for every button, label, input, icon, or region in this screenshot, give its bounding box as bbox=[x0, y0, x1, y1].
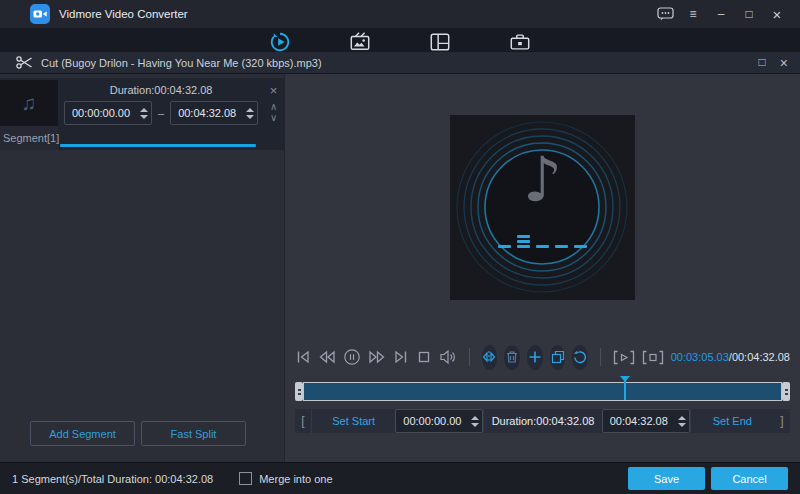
divider bbox=[600, 348, 601, 366]
range-separator: – bbox=[158, 107, 164, 119]
segment-item[interactable]: ♫ Segment[1] Duration:00:04:32.08 – bbox=[0, 78, 285, 150]
play-segment-button[interactable] bbox=[613, 348, 635, 366]
volume-icon[interactable] bbox=[439, 348, 457, 366]
set-start-button[interactable]: Set Start bbox=[311, 409, 395, 433]
mv-tab-icon[interactable] bbox=[348, 31, 372, 52]
time-display: 00:03:05.03/00:04:32.08 bbox=[671, 351, 790, 363]
timeline-track[interactable] bbox=[303, 382, 782, 401]
menu-icon[interactable]: ≡ bbox=[684, 5, 702, 23]
cancel-button[interactable]: Cancel bbox=[711, 467, 788, 490]
toolbox-tab-icon[interactable] bbox=[508, 31, 532, 52]
timeline bbox=[295, 382, 790, 401]
segment-move-down-icon[interactable]: ∨ bbox=[270, 112, 277, 123]
start-bracket: [ bbox=[295, 409, 311, 433]
fast-split-button[interactable]: Fast Split bbox=[141, 421, 246, 446]
skip-to-end-icon[interactable] bbox=[393, 348, 409, 366]
segment-panel: ♫ Segment[1] Duration:00:04:32.08 – bbox=[0, 74, 285, 462]
segment-end-input[interactable] bbox=[170, 101, 258, 125]
equalizer-icon bbox=[450, 235, 635, 248]
converter-tab-icon[interactable] bbox=[268, 31, 292, 52]
segment-thumbnail: ♫ bbox=[0, 80, 58, 126]
stop-icon[interactable] bbox=[416, 348, 432, 366]
segment-start-input[interactable] bbox=[64, 101, 152, 125]
stepper-down-icon[interactable] bbox=[678, 423, 686, 427]
segment-move-up-icon[interactable]: ∧ bbox=[270, 101, 277, 112]
stepper-down-icon[interactable] bbox=[140, 115, 148, 119]
feedback-icon[interactable] bbox=[656, 5, 674, 23]
merge-checkbox[interactable] bbox=[239, 472, 252, 485]
trim-duration-label: Duration:00:04:32.08 bbox=[483, 409, 601, 433]
set-end-button[interactable]: Set End bbox=[690, 409, 774, 433]
save-button[interactable]: Save bbox=[628, 467, 705, 490]
cut-dialog-title: Cut (Bugoy Drilon - Having You Near Me (… bbox=[41, 57, 322, 69]
stepper-up-icon[interactable] bbox=[246, 108, 254, 112]
stepper-down-icon[interactable] bbox=[471, 423, 479, 427]
minimize-button[interactable]: – bbox=[712, 5, 730, 23]
trim-bar: [ Set Start Duration:00:04:32.08 Set End bbox=[295, 409, 790, 433]
playhead[interactable] bbox=[624, 377, 626, 400]
split-segment-button[interactable] bbox=[482, 345, 498, 370]
segment-end-field bbox=[170, 101, 258, 125]
app-logo-icon bbox=[30, 4, 50, 24]
titlebar: Vidmore Video Converter ≡ – □ × bbox=[0, 0, 800, 28]
footer-bar: 1 Segment(s)/Total Duration: 00:04:32.08… bbox=[0, 462, 800, 494]
maximize-button[interactable]: □ bbox=[740, 5, 758, 23]
dialog-maximize-button[interactable]: □ bbox=[759, 56, 766, 70]
segment-start-field bbox=[64, 101, 152, 125]
feature-nav bbox=[0, 28, 800, 52]
fast-forward-icon[interactable] bbox=[368, 348, 386, 366]
dialog-close-button[interactable]: × bbox=[780, 56, 788, 70]
segment-duration-label: Duration:00:04:32.08 bbox=[64, 84, 258, 96]
close-button[interactable]: × bbox=[768, 5, 786, 23]
skip-to-start-icon[interactable] bbox=[295, 348, 311, 366]
add-segment-button[interactable]: Add Segment bbox=[30, 421, 135, 446]
trim-end-field bbox=[602, 409, 690, 433]
rewind-icon[interactable] bbox=[318, 348, 336, 366]
trim-start-handle[interactable] bbox=[295, 382, 303, 401]
player-panel: ♪ bbox=[285, 74, 800, 462]
stepper-down-icon[interactable] bbox=[246, 115, 254, 119]
cut-dialog-titlebar: Cut (Bugoy Drilon - Having You Near Me (… bbox=[0, 52, 800, 74]
merge-label: Merge into one bbox=[259, 473, 332, 485]
trim-end-handle[interactable] bbox=[782, 382, 790, 401]
trim-end-input[interactable] bbox=[602, 409, 690, 433]
app-title: Vidmore Video Converter bbox=[59, 8, 188, 20]
segment-delete-icon[interactable]: × bbox=[270, 84, 278, 97]
beamed-note-icon: ♫ bbox=[22, 92, 37, 115]
trim-start-input[interactable] bbox=[395, 409, 483, 433]
copy-segment-button[interactable] bbox=[550, 345, 566, 370]
stepper-up-icon[interactable] bbox=[471, 416, 479, 420]
collage-tab-icon[interactable] bbox=[428, 31, 452, 52]
cut-dialog-body: ♫ Segment[1] Duration:00:04:32.08 – bbox=[0, 74, 800, 462]
stepper-up-icon[interactable] bbox=[140, 108, 148, 112]
segment-label: Segment[1] bbox=[0, 126, 58, 150]
current-time: 00:03:05.03 bbox=[671, 351, 729, 363]
delete-segment-button[interactable] bbox=[504, 345, 520, 370]
pause-button-icon[interactable] bbox=[343, 348, 361, 366]
audio-visualization: ♪ bbox=[450, 115, 635, 300]
stepper-up-icon[interactable] bbox=[678, 416, 686, 420]
end-bracket: ] bbox=[774, 409, 790, 433]
segments-summary: 1 Segment(s)/Total Duration: 00:04:32.08 bbox=[12, 473, 213, 485]
stop-segment-button[interactable] bbox=[642, 348, 664, 366]
segment-range-bar bbox=[60, 144, 256, 147]
app-window: Vidmore Video Converter ≡ – □ × Cu bbox=[0, 0, 800, 494]
playback-controls: 00:03:05.03/00:04:32.08 bbox=[295, 342, 790, 372]
trim-start-field bbox=[395, 409, 483, 433]
music-note-icon: ♪ bbox=[450, 143, 635, 216]
divider bbox=[469, 348, 470, 366]
total-time: 00:04:32.08 bbox=[732, 351, 790, 363]
scissors-icon bbox=[16, 55, 33, 70]
reset-button[interactable] bbox=[572, 345, 588, 370]
add-segment-icon-button[interactable] bbox=[527, 345, 543, 370]
